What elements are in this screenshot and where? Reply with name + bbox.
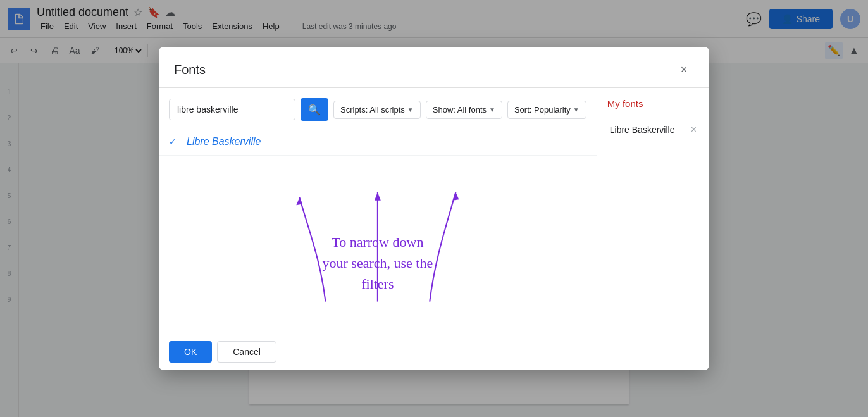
dialog-close-button[interactable]: ×	[674, 59, 694, 80]
svg-marker-0	[296, 197, 302, 205]
remove-font-button[interactable]: ×	[691, 124, 697, 135]
sort-filter-button[interactable]: Sort: Popularity ▼	[507, 101, 586, 119]
font-check-icon: ✓	[169, 137, 182, 147]
show-filter-arrow: ▼	[489, 106, 495, 113]
svg-marker-1	[375, 192, 381, 201]
annotation-text: To narrow down your search, use the filt…	[323, 232, 433, 294]
scripts-filter-arrow: ▼	[407, 106, 414, 113]
font-search-input[interactable]	[169, 99, 295, 120]
fonts-dialog: Fonts × 🔍 Scripts: All scripts ▼	[159, 47, 709, 370]
dialog-title: Fonts	[174, 63, 206, 77]
font-search-button[interactable]: 🔍	[301, 98, 328, 121]
sort-filter-label: Sort: Popularity	[514, 105, 571, 115]
dialog-right: My fonts Libre Baskerville ×	[597, 88, 709, 370]
ok-button[interactable]: OK	[169, 341, 212, 363]
font-list: ✓ Libre Baskerville	[159, 128, 597, 156]
svg-marker-2	[452, 192, 459, 201]
my-font-name: Libre Baskerville	[610, 125, 675, 135]
show-filter-button[interactable]: Show: All fonts ▼	[426, 101, 502, 119]
dialog-left: 🔍 Scripts: All scripts ▼ Show: All fonts…	[159, 88, 597, 370]
scripts-filter-label: Scripts: All scripts	[340, 105, 405, 115]
my-font-item: Libre Baskerville ×	[607, 119, 699, 140]
annotation-arrows-svg	[159, 156, 597, 333]
search-row: 🔍 Scripts: All scripts ▼ Show: All fonts…	[159, 98, 597, 128]
filter-buttons: Scripts: All scripts ▼ Show: All fonts ▼…	[333, 101, 586, 119]
annotation-area: To narrow down your search, use the filt…	[159, 156, 597, 333]
cancel-button[interactable]: Cancel	[217, 341, 276, 363]
sort-filter-arrow: ▼	[573, 106, 580, 113]
font-list-item[interactable]: ✓ Libre Baskerville	[159, 128, 597, 156]
modal-overlay: Fonts × 🔍 Scripts: All scripts ▼	[0, 0, 868, 417]
show-filter-label: Show: All fonts	[433, 105, 487, 115]
my-fonts-title: My fonts	[607, 98, 699, 109]
scripts-filter-button[interactable]: Scripts: All scripts ▼	[333, 101, 421, 119]
dialog-body: 🔍 Scripts: All scripts ▼ Show: All fonts…	[159, 88, 709, 370]
dialog-header: Fonts ×	[159, 47, 709, 88]
dialog-footer: OK Cancel	[159, 333, 597, 370]
font-name: Libre Baskerville	[187, 136, 261, 147]
search-icon: 🔍	[308, 104, 321, 116]
